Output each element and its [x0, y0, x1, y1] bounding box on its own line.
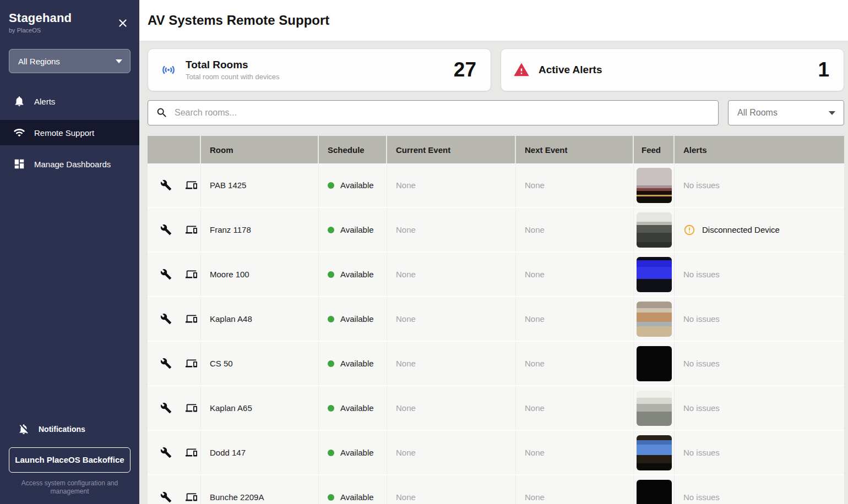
brand-subtitle: by PlaceOS	[9, 27, 131, 34]
current-event: None	[387, 208, 516, 251]
settings-wrench-icon[interactable]	[160, 269, 172, 281]
table-row[interactable]: Bunche 2209A Available None None No issu…	[148, 475, 844, 504]
alert-status: Disconnected Device	[702, 225, 780, 234]
camera-feed-thumbnail[interactable]	[637, 302, 672, 337]
settings-wrench-icon[interactable]	[160, 447, 172, 459]
col-alerts: Alerts	[675, 136, 844, 163]
room-name: Moore 100	[201, 253, 319, 296]
sidebar-item-alerts[interactable]: Alerts	[0, 89, 139, 114]
schedule-status: Available	[340, 314, 374, 324]
bell-off-icon	[18, 423, 30, 435]
broadcast-icon	[160, 62, 177, 78]
app-window: Stagehand by PlaceOS All Regions Alerts	[0, 0, 848, 504]
sidebar-item-label: Manage Dashboards	[34, 160, 111, 169]
room-name: Franz 1178	[201, 208, 319, 251]
notifications-toggle[interactable]: Notifications	[0, 423, 139, 435]
devices-icon[interactable]	[185, 179, 197, 191]
devices-icon[interactable]	[185, 313, 197, 325]
search-input[interactable]	[148, 100, 719, 125]
search-box	[148, 100, 719, 125]
alert-status: No issues	[683, 492, 720, 502]
stats-row: Total Rooms Total room count with device…	[148, 48, 844, 91]
devices-icon[interactable]	[185, 269, 197, 281]
region-select[interactable]: All Regions	[9, 49, 131, 73]
content: Total Rooms Total room count with device…	[139, 41, 848, 504]
schedule-status: Available	[340, 359, 374, 368]
settings-wrench-icon[interactable]	[160, 402, 172, 414]
alert-status: No issues	[683, 448, 720, 457]
total-rooms-card: Total Rooms Total room count with device…	[148, 48, 491, 91]
settings-wrench-icon[interactable]	[160, 358, 172, 370]
current-event: None	[387, 163, 516, 207]
alert-status: No issues	[683, 403, 720, 413]
table-row[interactable]: Dodd 147 Available None None No issues	[148, 431, 844, 475]
camera-feed-thumbnail[interactable]	[637, 391, 672, 426]
room-name: Kaplan A48	[201, 297, 319, 341]
camera-feed-thumbnail[interactable]	[637, 257, 672, 292]
table-body: PAB 1425 Available None None No issues F…	[148, 163, 844, 504]
room-name: PAB 1425	[201, 163, 319, 207]
room-name: Bunche 2209A	[201, 475, 319, 504]
camera-feed-thumbnail[interactable]	[637, 480, 672, 504]
close-icon	[117, 17, 129, 29]
bell-icon	[13, 95, 25, 107]
next-event: None	[516, 253, 634, 296]
alert-status: No issues	[683, 180, 720, 190]
devices-icon[interactable]	[185, 224, 197, 236]
status-dot	[328, 271, 334, 278]
devices-icon[interactable]	[185, 491, 197, 503]
sidebar-nav: Alerts Remote Support Manage Dashboards	[0, 89, 139, 183]
current-event: None	[387, 253, 516, 296]
wifi-icon	[13, 127, 25, 139]
total-rooms-value: 27	[454, 58, 476, 81]
sidebar-item-manage-dashboards[interactable]: Manage Dashboards	[0, 151, 139, 177]
camera-feed-thumbnail[interactable]	[637, 168, 672, 203]
table-row[interactable]: Kaplan A65 Available None None No issues	[148, 386, 844, 431]
devices-icon[interactable]	[185, 447, 197, 459]
sidebar-item-remote-support[interactable]: Remote Support	[0, 120, 139, 145]
settings-wrench-icon[interactable]	[160, 179, 172, 191]
stat-title: Active Alerts	[539, 64, 602, 76]
settings-wrench-icon[interactable]	[160, 224, 172, 236]
warning-circle-icon	[683, 224, 695, 236]
camera-feed-thumbnail[interactable]	[637, 212, 672, 248]
sidebar-item-label: Alerts	[34, 97, 55, 106]
current-event: None	[387, 475, 516, 504]
room-name: Dodd 147	[201, 431, 319, 474]
schedule-status: Available	[340, 403, 374, 413]
devices-icon[interactable]	[185, 402, 197, 414]
filter-row: All Rooms	[148, 100, 844, 125]
current-event: None	[387, 386, 516, 430]
alert-status: No issues	[683, 314, 720, 324]
current-event: None	[387, 342, 516, 385]
col-actions	[148, 136, 201, 163]
settings-wrench-icon[interactable]	[160, 313, 172, 325]
topbar: AV Systems Remote Support	[139, 0, 848, 41]
table-row[interactable]: Franz 1178 Available None None Disconnec…	[148, 208, 844, 253]
next-event: None	[516, 297, 634, 341]
search-icon	[156, 107, 168, 119]
table-row[interactable]: Kaplan A48 Available None None No issues	[148, 297, 844, 342]
close-sidebar-button[interactable]	[115, 15, 131, 31]
table-row[interactable]: PAB 1425 Available None None No issues	[148, 163, 844, 208]
table-row[interactable]: CS 50 Available None None No issues	[148, 342, 844, 386]
stat-subtitle: Total room count with devices	[186, 73, 280, 81]
camera-feed-thumbnail[interactable]	[637, 435, 672, 470]
chevron-down-icon	[116, 59, 122, 63]
schedule-status: Available	[340, 492, 374, 502]
status-dot	[328, 494, 334, 501]
devices-icon[interactable]	[185, 358, 197, 370]
col-room: Room	[201, 136, 319, 163]
table-row[interactable]: Moore 100 Available None None No issues	[148, 253, 844, 297]
next-event: None	[516, 208, 634, 251]
notifications-label: Notifications	[39, 425, 85, 434]
page-title: AV Systems Remote Support	[148, 13, 329, 28]
alert-status: No issues	[683, 359, 720, 368]
room-filter-select[interactable]: All Rooms	[728, 100, 844, 125]
settings-wrench-icon[interactable]	[160, 491, 172, 503]
launch-backoffice-button[interactable]: Launch PlaceOS Backoffice	[9, 447, 131, 473]
active-alerts-card: Active Alerts 1	[501, 48, 844, 91]
warning-triangle-icon	[513, 62, 530, 78]
brand-title: Stagehand	[9, 11, 131, 25]
camera-feed-thumbnail[interactable]	[637, 346, 672, 381]
